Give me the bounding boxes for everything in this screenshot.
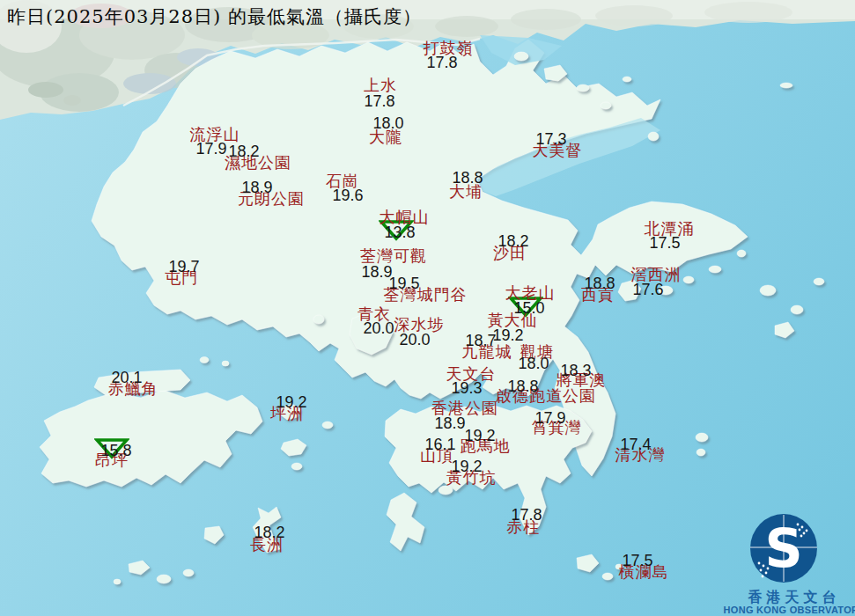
station-temp: 18.8 bbox=[507, 378, 538, 394]
station-temp: 17.6 bbox=[632, 282, 663, 297]
mirs-bay-islet bbox=[514, 52, 528, 61]
station-temp: 18.2 bbox=[498, 233, 528, 249]
station-temp: 17.8 bbox=[511, 507, 542, 523]
station-temp: 13.8 bbox=[384, 224, 415, 240]
ma-wan-island bbox=[313, 315, 324, 324]
hko-logo-chinese: 香港天文台 bbox=[748, 589, 841, 605]
station-temp: 19.2 bbox=[464, 428, 495, 444]
station-temp: 18.8 bbox=[452, 170, 483, 186]
page-title: 昨日(2025年03月28日) 的最低氣溫（攝氏度） bbox=[7, 4, 422, 29]
deep-bay-islet bbox=[28, 82, 63, 98]
station-temp: 17.8 bbox=[364, 93, 394, 109]
hko-logo-english: HONG KONG OBSERVATORY bbox=[724, 605, 855, 615]
hko-logo: S 香港天文台 HONG KONG OBSERVATORY bbox=[722, 510, 855, 616]
station-temp: 18.2 bbox=[228, 143, 259, 159]
station-temp: 19.2 bbox=[451, 458, 482, 474]
station-temp: 18.3 bbox=[560, 363, 591, 378]
station-temp: 18.0 bbox=[372, 115, 403, 131]
station-name: 荃灣可觀 bbox=[360, 248, 427, 264]
station-temp: 15.0 bbox=[513, 300, 544, 316]
station-temp: 17.4 bbox=[620, 436, 651, 452]
deep-bay-islet bbox=[63, 95, 81, 106]
station-temp: 18.0 bbox=[518, 356, 549, 371]
station-temp: 20.0 bbox=[363, 320, 394, 336]
station-temp: 18.9 bbox=[434, 415, 465, 431]
station-temp: 20.0 bbox=[399, 332, 430, 348]
station-temp: 18.2 bbox=[254, 524, 284, 540]
station-temp: 17.5 bbox=[649, 235, 680, 251]
station-temp: 18.9 bbox=[361, 264, 392, 280]
station-temp: 17.5 bbox=[622, 553, 652, 568]
station-name: 上水 bbox=[364, 77, 397, 93]
station-temp: 19.7 bbox=[168, 259, 199, 275]
station-temp: 19.2 bbox=[276, 394, 306, 410]
station-temp: 18.9 bbox=[241, 180, 272, 195]
station-temp: 17.8 bbox=[426, 55, 457, 70]
station-temp: 18.7 bbox=[465, 333, 496, 348]
weather-map-screenshot: 昨日(2025年03月28日) 的最低氣溫（攝氏度） 17.8打鼓嶺17.8上水… bbox=[0, 0, 855, 616]
station-temp: 17.3 bbox=[535, 131, 566, 147]
station-temp: 19.6 bbox=[332, 187, 363, 203]
station-temp: 19.2 bbox=[492, 327, 523, 343]
station-temp: 17.9 bbox=[534, 410, 565, 426]
station-temp: 20.1 bbox=[111, 370, 142, 385]
station-temp: 19.3 bbox=[451, 380, 482, 396]
station-temp: 17.9 bbox=[195, 141, 226, 157]
hko-logo-s-swirl: S bbox=[764, 517, 802, 579]
station-temp: 19.5 bbox=[388, 275, 419, 291]
station-temp: 16.1 bbox=[424, 436, 455, 452]
station-temp: 18.8 bbox=[584, 275, 615, 291]
station-temp: 15.8 bbox=[100, 443, 131, 458]
